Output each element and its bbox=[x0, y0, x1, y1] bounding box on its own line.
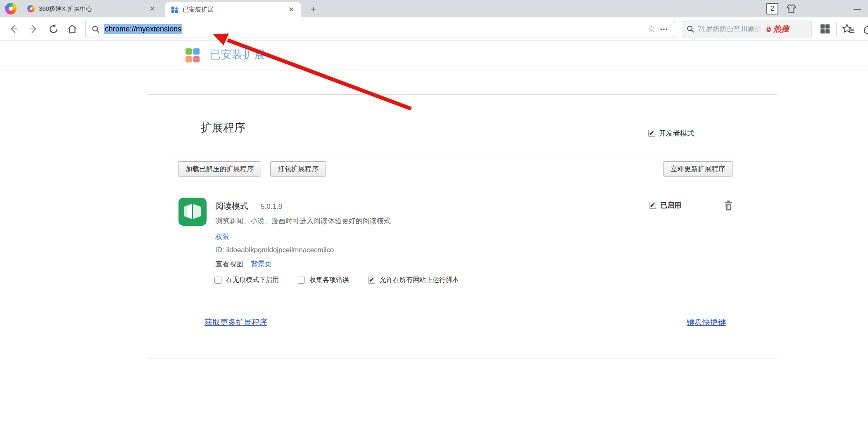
pack-extension-button[interactable]: 打包扩展程序 bbox=[270, 161, 326, 177]
tab-counter-badge[interactable]: 2 bbox=[766, 3, 778, 14]
tab-installed-extensions[interactable]: 已安装扩展 ✕ bbox=[165, 2, 301, 17]
back-button[interactable] bbox=[4, 17, 23, 41]
window-minimize-button[interactable]: — bbox=[847, 0, 868, 17]
address-bar[interactable]: chrome://myextensions ☆ ⋯ bbox=[85, 20, 675, 38]
page-header: 已安装扩展 bbox=[0, 41, 868, 69]
search-icon bbox=[686, 25, 694, 33]
views-label: 查看视图 bbox=[215, 259, 243, 269]
delete-extension-trash-icon[interactable] bbox=[723, 200, 733, 213]
tab-extension-center[interactable]: 360极速X 扩展中心 ✕ bbox=[21, 0, 162, 17]
heading-divider bbox=[170, 155, 740, 155]
home-button[interactable] bbox=[63, 17, 82, 41]
buttons-divider bbox=[148, 183, 777, 183]
views-row: 查看视图 背景页 bbox=[215, 259, 272, 269]
extensions-card: 扩展程序 开发者模式 加载已解压的扩展程序 打包扩展程序 立即更新扩展程序 阅读… bbox=[148, 94, 777, 358]
page-header-title: 已安装扩展 bbox=[209, 47, 265, 62]
installed-extensions-logo-icon bbox=[185, 48, 200, 62]
browser-toolbar: chrome://myextensions ☆ ⋯ 71岁奶奶自驾川藏线 热搜 bbox=[0, 17, 868, 41]
tab-close-icon[interactable]: ✕ bbox=[288, 5, 295, 14]
extensions-favicon-icon bbox=[171, 6, 178, 14]
tab-close-icon[interactable]: ✕ bbox=[149, 5, 156, 13]
enabled-label: 已启用 bbox=[660, 201, 681, 210]
allow-all-sites-label: 允许在所有网站上运行脚本 bbox=[380, 276, 459, 284]
reading-mode-extension-icon bbox=[178, 198, 207, 226]
extension-options-row: 在无痕模式下启用 收集各项错误 允许在所有网站上运行脚本 bbox=[214, 276, 459, 284]
extensions-heading: 扩展程序 bbox=[201, 120, 245, 135]
forward-button[interactable] bbox=[24, 17, 43, 41]
extension-description: 浏览新闻、小说、漫画时可进入阅读体验更好的阅读模式 bbox=[215, 216, 391, 226]
developer-mode-checkbox[interactable] bbox=[648, 130, 655, 137]
keyboard-shortcuts-link[interactable]: 键盘快捷键 bbox=[687, 317, 726, 328]
get-more-extensions-link[interactable]: 获取更多扩展程序 bbox=[205, 317, 267, 328]
url-selected-text: chrome://myextensions bbox=[104, 24, 182, 34]
permissions-link[interactable]: 权限 bbox=[215, 232, 229, 241]
tab-title: 已安装扩展 bbox=[183, 6, 283, 14]
partial-toolbar-icon[interactable] bbox=[862, 23, 868, 36]
flame-icon bbox=[765, 25, 773, 33]
developer-mode-toggle[interactable]: 开发者模式 bbox=[648, 129, 694, 138]
extension-name: 阅读模式 bbox=[215, 201, 248, 212]
incognito-label: 在无痕模式下启用 bbox=[226, 276, 279, 284]
extension-name-row: 阅读模式 5.0.1.9 bbox=[215, 201, 282, 212]
url-text[interactable]: chrome://myextensions bbox=[104, 25, 182, 33]
toolbar-separator bbox=[836, 22, 837, 36]
bookmark-star-icon[interactable]: ☆ bbox=[647, 24, 656, 34]
bookmarks-list-icon[interactable] bbox=[842, 24, 854, 36]
360-favicon-icon bbox=[27, 5, 35, 12]
incognito-checkbox[interactable] bbox=[214, 277, 221, 284]
hot-search-badge[interactable]: 热搜 bbox=[765, 24, 789, 34]
collect-errors-checkbox[interactable] bbox=[298, 277, 305, 284]
enabled-toggle[interactable]: 已启用 bbox=[649, 201, 681, 210]
allow-all-sites-checkbox[interactable] bbox=[368, 277, 375, 284]
background-page-link[interactable]: 背景页 bbox=[251, 259, 272, 269]
developer-mode-label: 开发者模式 bbox=[659, 129, 694, 138]
browser-logo-icon bbox=[5, 3, 17, 14]
addressbar-more-icon[interactable]: ⋯ bbox=[660, 24, 669, 34]
hot-search-label: 热搜 bbox=[773, 24, 789, 34]
hot-search-placeholder: 71岁奶奶自驾川藏线 bbox=[698, 24, 762, 34]
theme-shirt-icon[interactable] bbox=[786, 3, 797, 16]
tab-title: 360极速X 扩展中心 bbox=[39, 5, 145, 13]
enabled-checkbox[interactable] bbox=[649, 202, 656, 209]
search-icon bbox=[91, 25, 100, 33]
apps-grid-icon[interactable] bbox=[820, 24, 830, 33]
extension-version: 5.0.1.9 bbox=[261, 203, 282, 211]
collect-errors-label: 收集各项错误 bbox=[309, 276, 349, 284]
update-extensions-button[interactable]: 立即更新扩展程序 bbox=[663, 161, 732, 177]
load-unpacked-button[interactable]: 加载已解压的扩展程序 bbox=[178, 161, 261, 177]
new-tab-button[interactable]: + bbox=[307, 2, 320, 16]
extension-id: ID: iidoeablkpgmldojpceilmnacecmjlco bbox=[215, 246, 334, 254]
tab-strip: 360极速X 扩展中心 ✕ 已安装扩展 ✕ + 2 — bbox=[0, 0, 868, 17]
hot-search-box[interactable]: 71岁奶奶自驾川藏线 热搜 bbox=[682, 20, 812, 38]
reload-button[interactable] bbox=[44, 17, 63, 41]
